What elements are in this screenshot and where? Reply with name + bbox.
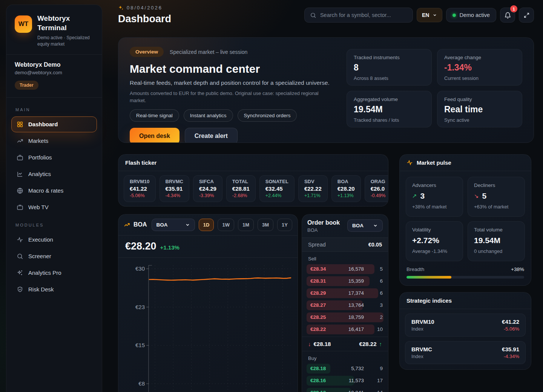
sidebar-item-portfolios[interactable]: Portfolios [11,150,97,165]
ticker-card-sonatel[interactable]: SONATEL €32.45 +2.44% [259,175,295,202]
current-price: €28.20 [125,240,156,252]
range-button-1d[interactable]: 1D [199,219,214,231]
range-button-3m[interactable]: 3M [258,219,273,231]
sidebar-item-dashboard[interactable]: Dashboard [11,116,97,132]
ticker-symbol: SONATEL [265,179,288,185]
stat-sub: Tracked shares / lots [354,117,425,123]
best-bid-ask-row: ↓ €28.18 €28.22 ↑ [302,337,388,351]
ticker-symbol: BRVM10 [130,179,150,185]
briefcase-icon [17,154,23,161]
notifications-button[interactable]: 1 [500,8,515,23]
ask-price: €28.29 [307,290,330,296]
user-name: Webtoryx Demo [15,61,94,68]
sell-row: €28.29 17,374 6 [307,288,383,298]
hero-stats-grid: Tracked instruments 8 Across 8 assets Av… [347,49,522,133]
bid-orders: 17 [364,378,383,383]
sell-row: €28.22 16,417 10 [307,325,383,334]
sidebar-item-analytics[interactable]: Analytics [11,166,97,182]
ask-orders: 6 [364,290,383,296]
ticker-symbol: BRVMC [166,179,183,185]
ticker-card-brvmc[interactable]: BRVMC €35.91 -4.34% [160,175,189,202]
chip-realtime-signal: Real-time signal [130,109,179,122]
search-icon [17,253,23,260]
index-left: BRVM10 Index [411,318,434,332]
nav-section-modules-label: MODULES [15,223,93,227]
sidebar-item-risk-desk[interactable]: Risk Desk [11,282,97,297]
chip-instant-analytics: Instant analytics [184,109,233,122]
best-ask-price: €28.22 [359,341,377,347]
bid-quantity: 11,573 [330,378,364,383]
index-price: €41.22 [502,318,519,325]
content-grid: Flash ticker BRVM10 €41.22 -5.06% BRVMC … [118,154,534,392]
ticker-change: -2.68% [232,193,250,199]
range-button-1w[interactable]: 1W [218,219,234,231]
arrow-up-right-icon: ↗ [412,193,417,199]
fullscreen-button[interactable] [519,8,534,23]
chevron-down-icon [433,13,437,17]
hero-note: Amounts converted to EUR for the public … [130,90,335,104]
stat-value: -1.34% [444,63,515,73]
ticker-card-brvm10[interactable]: BRVM10 €41.22 -5.06% [124,175,156,202]
range-button-1y[interactable]: 1Y [277,219,292,231]
pulse-value-row: 19.54M [474,236,518,245]
ticker-change: -3.39% [199,193,216,199]
ticker-card-orag[interactable]: ORAG €26.0 -0.49% [365,175,388,202]
sidebar-item-markets[interactable]: Markets [11,133,97,149]
range-button-1m[interactable]: 1M [238,219,254,231]
user-block: Webtoryx Demo demo@webtoryx.com Trader [6,55,102,98]
svg-text:€23: €23 [135,303,145,310]
ticker-card-sifca[interactable]: SIFCA €24.29 -3.39% [193,175,222,202]
ask-orders: 3 [364,302,383,308]
order-book-subtitle: BOA [307,227,340,233]
user-email: demo@webtoryx.com [15,70,94,75]
arrow-up-icon: ↑ [379,341,382,347]
pulse-card-advancers: Advancers ↗ 3 +38% of market [406,177,463,217]
demo-status-pill: Demo active [446,8,496,22]
sidebar-item-screener[interactable]: Screener [11,248,97,264]
sidebar-item-execution[interactable]: Execution [11,232,97,248]
sparkle-icon [118,5,124,11]
pulse-label: Total volume [474,227,518,233]
buy-section-label: Buy [302,351,388,364]
bid-orders: 14 [364,390,383,392]
sidebar-item-macro-rates[interactable]: Macro & rates [11,183,97,199]
pulse-sub: 0 unchanged [474,248,518,254]
stat-value: Real time [444,104,515,115]
ticker-card-boa[interactable]: BOA €28.20 +1.13% [331,175,361,202]
brand-name: Webtoryx Terminal [37,14,94,32]
sidebar-item-label: Web TV [28,204,49,210]
ticker-strip: BRVM10 €41.22 -5.06% BRVMC €35.91 -4.34%… [118,171,388,206]
chart-header: BOA BOA 1D 1W 1M 3M 1Y [118,214,298,236]
language-select[interactable]: EN [417,8,442,22]
index-row-brvmc[interactable]: BRVMC Index €35.91 -4.34% [405,341,526,364]
tv-icon [17,204,23,211]
chart-symbol-select[interactable]: BOA [152,219,195,231]
top-header: 08/04/2026 Dashboard EN Demo active 1 [118,0,534,25]
chevron-down-icon [373,223,378,228]
sidebar-item-analytics-pro[interactable]: Analytics Pro [11,265,97,281]
buy-rows: €28.18 5,732 9 €28.16 11,573 17 €2 [302,364,388,392]
chevron-down-icon [185,222,190,227]
ticker-card-sdv[interactable]: SDV €22.22 +1.71% [298,175,328,202]
market-pulse-header: Market pulse [400,155,531,171]
create-alert-button[interactable]: Create alert [185,128,238,143]
trend-up-icon [124,222,130,228]
open-desk-button[interactable]: Open desk [130,128,179,143]
sidebar: WT Webtoryx Terminal Demo active · Speci… [6,5,102,392]
stat-card-tracked-instruments: Tracked instruments 8 Across 8 assets [347,49,432,86]
index-row-brvm10[interactable]: BRVM10 Index €41.22 -5.06% [405,314,526,337]
ticker-card-total[interactable]: TOTAL €28.81 -2.68% [226,175,256,202]
pulse-card-total-volume: Total volume 19.54M 0 unchanged [468,221,525,261]
current-change: +1.13% [160,244,179,251]
brand-logo: WT [15,15,32,33]
sell-row: €28.25 18,759 2 [307,312,383,322]
order-book-symbol-select[interactable]: BOA [347,219,383,232]
ticker-change: +1.71% [304,193,322,199]
sidebar-item-web-tv[interactable]: Web TV [11,199,97,215]
language-value: EN [422,12,429,18]
chart-price-row: €28.20 +1.13% [118,236,298,258]
search-input[interactable] [320,12,407,18]
ticker-price: €28.81 [232,185,250,192]
index-price: €35.91 [502,346,519,352]
price-chart-panel: BOA BOA 1D 1W 1M 3M 1Y €28.20 [118,214,298,392]
